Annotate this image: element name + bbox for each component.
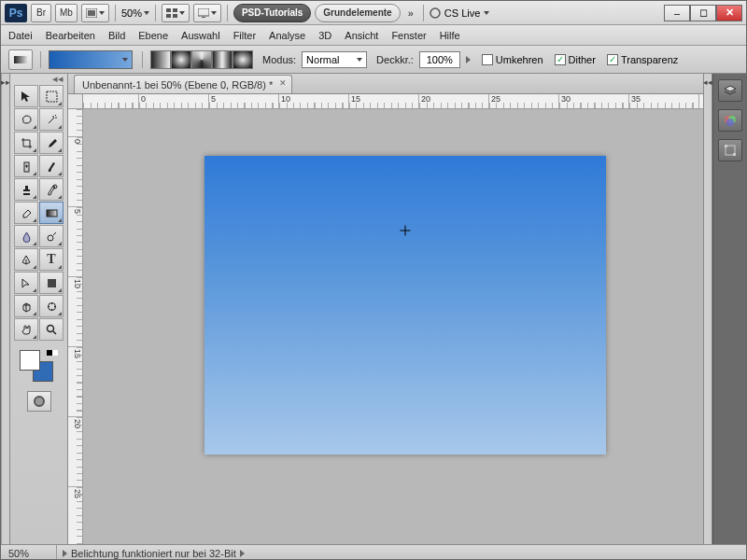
minimize-button[interactable]: – [664,5,690,21]
main-area: ▸▸ ◂◂ T [1,74,746,544]
lasso-tool[interactable] [14,108,38,131]
document-viewport: 0 5 10 15 20 25 30 35 0 5 10 15 20 25 [68,94,703,544]
svg-rect-9 [14,56,27,63]
pen-tool[interactable] [14,248,38,271]
svg-rect-23 [733,153,736,156]
workspace2-button[interactable]: Grundelemente [315,4,400,22]
canvas-scroll-area[interactable] [83,109,703,544]
svg-rect-10 [47,91,57,102]
document-tab[interactable]: Unbenannt-1 bei 50% (Ebene 0, RGB/8) * ✕ [74,75,292,93]
tool-preset-picker[interactable] [8,49,33,70]
svg-point-8 [430,8,440,18]
mode-select[interactable]: Normal [302,51,367,68]
menu-bearbeiten[interactable]: Bearbeiten [46,30,95,41]
crop-tool[interactable] [14,132,38,154]
svg-rect-5 [173,14,177,18]
dodge-tool[interactable] [39,225,63,247]
dither-checkbox[interactable]: ✓Dither [555,54,596,65]
cslive-dropdown[interactable]: CS Live [430,7,490,19]
3d-tool[interactable] [14,295,38,317]
paths-panel-icon[interactable] [718,139,742,161]
type-tool[interactable]: T [39,248,63,271]
menu-auswahl[interactable]: Auswahl [181,30,220,41]
move-tool[interactable] [14,85,38,107]
default-colors-icon[interactable] [47,350,58,361]
gradient-diamond-button[interactable] [233,50,253,69]
eyedropper-tool[interactable] [39,132,63,154]
bridge-button[interactable]: Br [31,4,51,22]
document-tab-title: Unbenannt-1 bei 50% (Ebene 0, RGB/8) * [82,79,273,91]
menu-datei[interactable]: Datei [8,30,33,41]
mode-value: Normal [306,54,339,65]
foreground-swatch[interactable] [20,350,40,371]
reverse-checkbox[interactable]: Umkehren [482,54,543,65]
vertical-ruler[interactable]: 0 5 10 15 20 25 [68,109,83,544]
gradient-tool[interactable] [39,202,63,224]
blur-tool[interactable] [14,225,38,247]
status-message[interactable]: Belichtung funktioniert nur bei 32-Bit [57,548,250,559]
application-bar: Ps Br Mb 50% PSD-Tutorials Grundelemente… [1,1,746,25]
mode-label: Modus: [262,54,296,65]
ruler-origin[interactable] [68,94,83,109]
status-zoom-field[interactable]: 50% [1,545,57,560]
opacity-field[interactable]: 100% [419,51,460,68]
gradient-picker[interactable] [49,50,133,69]
arrange-dropdown[interactable] [162,4,190,22]
viewextras-dropdown[interactable] [81,4,109,22]
options-bar: Modus: Normal Deckkr.: 100% Umkehren ✓Di… [1,46,746,74]
brush-tool[interactable] [39,155,63,177]
cslive-label: CS Live [444,7,481,19]
document-area: Unbenannt-1 bei 50% (Ebene 0, RGB/8) * ✕… [68,74,703,544]
left-collapse-icon[interactable]: ▸▸ [1,74,10,544]
menu-ebene[interactable]: Ebene [138,30,168,41]
menu-ansicht[interactable]: Ansicht [345,30,378,41]
wand-tool[interactable] [39,108,63,131]
menu-filter[interactable]: Filter [233,30,256,41]
3d-camera-tool[interactable] [39,295,63,317]
svg-rect-1 [88,10,95,16]
history-brush-tool[interactable] [39,178,63,201]
menu-3d[interactable]: 3D [318,30,331,41]
zoom-tool[interactable] [39,318,63,341]
svg-rect-13 [47,210,57,217]
layers-panel-icon[interactable] [718,79,742,102]
toolbox-handle-icon[interactable]: ◂◂ [10,74,67,83]
menu-bar: Datei Bearbeiten Bild Ebene Auswahl Filt… [1,25,746,46]
menu-bild[interactable]: Bild [108,30,125,41]
horizontal-ruler[interactable]: 0 5 10 15 20 25 30 35 [83,94,703,109]
circle-icon [430,7,441,19]
gradient-angle-button[interactable] [191,50,212,69]
workspace-button[interactable]: PSD-Tutorials [233,4,311,22]
channels-panel-icon[interactable] [718,109,742,132]
shape-tool[interactable] [39,272,63,294]
menu-analyse[interactable]: Analyse [269,30,305,41]
healing-tool[interactable] [14,155,38,177]
zoom-dropdown[interactable]: 50% [121,7,149,19]
canvas[interactable] [204,156,606,455]
maximize-button[interactable]: ◻ [690,5,716,21]
gradient-tool-icon [14,53,27,66]
ps-logo-icon: Ps [5,4,27,22]
opacity-flyout-icon[interactable] [466,56,471,63]
close-tab-icon[interactable]: ✕ [279,78,287,88]
marquee-tool[interactable] [39,85,63,107]
stamp-tool[interactable] [14,178,38,201]
minibridge-button[interactable]: Mb [55,4,78,22]
gradient-linear-button[interactable] [150,50,171,69]
menu-fenster[interactable]: Fenster [391,30,426,41]
eraser-tool[interactable] [14,202,38,224]
zoom-value: 50% [121,7,142,19]
close-button[interactable]: ✕ [716,5,742,21]
menu-hilfe[interactable]: Hilfe [440,30,460,41]
path-select-tool[interactable] [14,272,38,294]
transparency-checkbox[interactable]: ✓Transparenz [607,54,678,65]
more-workspaces-icon[interactable]: » [404,7,417,19]
gradient-reflected-button[interactable] [212,50,233,69]
hand-tool[interactable] [14,318,38,341]
right-collapse-icon[interactable]: ◂◂ [703,74,712,544]
flyout-icon[interactable] [240,550,245,557]
svg-point-20 [726,119,734,126]
gradient-radial-button[interactable] [171,50,191,69]
screenmode-dropdown[interactable] [193,4,221,22]
quickmask-button[interactable] [27,391,51,412]
